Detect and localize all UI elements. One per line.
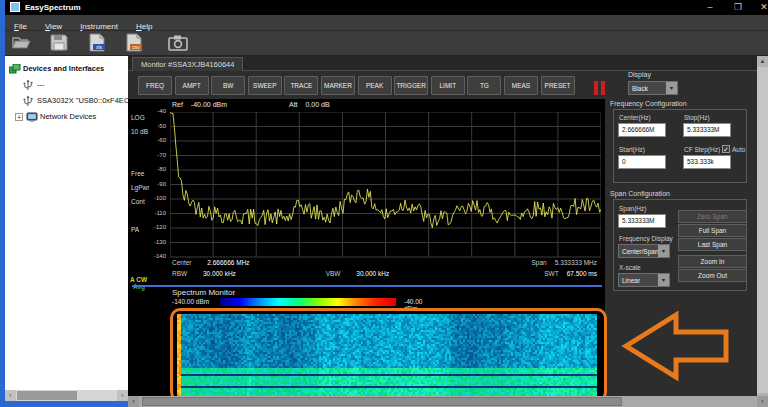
y-tick: -60 bbox=[142, 137, 166, 143]
softkey-limit[interactable]: LIMIT bbox=[431, 76, 465, 95]
spectrum-monitor-title: Spectrum Monitor bbox=[172, 288, 235, 297]
close-button[interactable]: ✕ bbox=[753, 1, 768, 14]
maximize-button[interactable]: ❐ bbox=[727, 1, 749, 14]
y-tick: -90 bbox=[142, 181, 166, 187]
zero-span-button[interactable]: Zero Span bbox=[678, 210, 747, 223]
span-config-title: Span Configuration bbox=[610, 190, 670, 197]
chevron-down-icon[interactable]: ▾ bbox=[666, 82, 677, 94]
main-horizontal-scrollbar[interactable]: ‹ › bbox=[128, 396, 768, 407]
rbw-value: 30.000 kHz bbox=[203, 270, 236, 277]
ref-label: Ref bbox=[172, 101, 183, 108]
monitor-tab[interactable]: Monitor #SSA3XJB4160644 bbox=[132, 57, 243, 71]
toolbar: xls csv bbox=[5, 31, 768, 56]
expander-icon[interactable]: + bbox=[15, 113, 23, 121]
tree-item-label: SSA3032X "USB0::0xF4EC::0 bbox=[37, 96, 128, 105]
freq-config-title: Frequency Configuration bbox=[610, 100, 687, 107]
zoom-out-button[interactable]: Zoom Out bbox=[678, 269, 747, 282]
tree-item-ssa3032x-usb0-0xf4ec-0[interactable]: SSA3032X "USB0::0xF4EC::0 bbox=[5, 93, 128, 108]
softkey-ampt[interactable]: AMPT bbox=[175, 76, 209, 95]
tree-item-label: Devices and Interfaces bbox=[23, 64, 104, 73]
trace-flags: A CW Avg bbox=[130, 276, 147, 290]
svg-text:xls: xls bbox=[96, 44, 103, 50]
save-icon[interactable] bbox=[46, 33, 72, 54]
scroll-left-icon[interactable]: ‹ bbox=[5, 390, 16, 401]
freq-display-value: Center/Span bbox=[622, 246, 659, 257]
softkey-tg[interactable]: TG bbox=[467, 76, 501, 95]
softkey-marker[interactable]: MARKER bbox=[321, 76, 355, 95]
sidebar-horizontal-scrollbar[interactable]: ‹ › bbox=[5, 390, 128, 401]
zoom-in-button[interactable]: Zoom In bbox=[678, 255, 747, 268]
span-config-group: Span(Hz) 5.333333M Frequency Display Cen… bbox=[613, 199, 747, 291]
full-span-button[interactable]: Full Span bbox=[678, 224, 747, 237]
spectrum-display: Ref -40.00 dBm Att 0.00 dB LOG10 dBFreeL… bbox=[128, 99, 605, 396]
start-hz-label: Start(Hz) bbox=[619, 146, 645, 153]
scrollbar-thumb[interactable] bbox=[17, 391, 77, 400]
export-xls-icon[interactable]: xls bbox=[84, 33, 110, 54]
rbw-label: RBW bbox=[172, 270, 187, 277]
tree-item-devices-and-interfaces[interactable]: Devices and Interfaces bbox=[5, 61, 128, 76]
y-tick: -70 bbox=[142, 152, 166, 158]
vertical-scrollbar[interactable]: ▲ ▼ bbox=[757, 56, 768, 404]
scroll-right-icon[interactable]: › bbox=[757, 396, 768, 407]
center-label: Center bbox=[172, 259, 192, 266]
att-value: 0.00 dB bbox=[306, 101, 330, 108]
tree-item-label: Network Devices bbox=[40, 112, 96, 121]
pause-icon[interactable] bbox=[594, 81, 606, 95]
scroll-up-icon[interactable]: ▲ bbox=[757, 56, 768, 67]
x-scale-combobox[interactable]: Linear ▾ bbox=[618, 273, 670, 287]
display-combobox[interactable]: Black ▾ bbox=[628, 81, 678, 95]
plot-footer-row1: Center 2.666666 MHz 5.333333 MHz Span bbox=[172, 259, 597, 266]
softkey-bw[interactable]: BW bbox=[211, 76, 245, 95]
tree-item--[interactable]: --- bbox=[5, 77, 128, 92]
vbw-label: VBW bbox=[326, 270, 341, 277]
softkey-freq[interactable]: FREQ bbox=[138, 76, 172, 95]
screenshot-icon[interactable] bbox=[165, 34, 191, 55]
section-divider bbox=[132, 285, 602, 287]
scroll-right-icon[interactable]: › bbox=[117, 390, 128, 401]
grid-lines bbox=[170, 112, 601, 257]
highlight-annotation-rect bbox=[170, 308, 607, 402]
menu-bar: FileViewInstrumentHelp bbox=[5, 15, 768, 31]
spectrum-plot bbox=[170, 112, 601, 258]
y-tick: -110 bbox=[142, 210, 166, 216]
softkey-trace[interactable]: TRACE bbox=[284, 76, 318, 95]
stop-hz-input[interactable]: 5.333333M bbox=[683, 123, 731, 137]
display-label: Display bbox=[628, 71, 651, 78]
span-value: 5.333333 MHz bbox=[555, 259, 597, 266]
softkey-meas[interactable]: MEAS bbox=[504, 76, 538, 95]
export-csv-icon[interactable]: csv bbox=[121, 33, 147, 54]
cf-step-input[interactable]: 533.333k bbox=[683, 155, 731, 169]
chevron-down-icon[interactable]: ▾ bbox=[658, 245, 669, 257]
softkey-trigger[interactable]: TRIGGER bbox=[394, 76, 428, 95]
window-title: EasySpectrum bbox=[25, 3, 81, 12]
open-file-icon[interactable] bbox=[9, 34, 35, 55]
y-tick: -50 bbox=[142, 123, 166, 129]
trace-flag-acw: A CW bbox=[130, 276, 147, 283]
vbw-value: 30.000 kHz bbox=[356, 270, 389, 277]
mode-label-log: LOG bbox=[131, 114, 145, 121]
svg-text:csv: csv bbox=[133, 44, 141, 50]
start-hz-input[interactable]: 0 bbox=[618, 155, 666, 169]
x-scale-label: X-scale bbox=[619, 264, 641, 271]
devices-icon bbox=[9, 64, 20, 74]
y-tick: -130 bbox=[142, 239, 166, 245]
freq-display-label: Frequency Display bbox=[619, 235, 673, 242]
softkey-peak[interactable]: PEAK bbox=[358, 76, 392, 95]
softkey-sweep[interactable]: SWEEP bbox=[248, 76, 282, 95]
last-span-button[interactable]: Last Span bbox=[678, 238, 747, 251]
tree-item-network-devices[interactable]: +Network Devices bbox=[5, 109, 128, 124]
display-value: Black bbox=[632, 83, 648, 94]
minimize-button[interactable]: – bbox=[699, 1, 721, 14]
auto-checkbox[interactable]: ✓ bbox=[722, 145, 730, 153]
freq-display-combobox[interactable]: Center/Span ▾ bbox=[618, 244, 670, 258]
scale-min-label: -140.00 dBm bbox=[172, 298, 209, 305]
softkey-preset[interactable]: PRESET bbox=[541, 76, 575, 95]
arrow-annotation-icon bbox=[620, 308, 732, 384]
span-hz-input[interactable]: 5.333333M bbox=[618, 214, 666, 228]
scrollbar-thumb[interactable] bbox=[142, 397, 622, 406]
center-hz-input[interactable]: 2.666666M bbox=[618, 123, 666, 137]
scroll-left-icon[interactable]: ‹ bbox=[128, 396, 139, 407]
usb-icon bbox=[23, 96, 34, 106]
chevron-down-icon[interactable]: ▾ bbox=[658, 274, 669, 286]
att-label: Att bbox=[289, 101, 298, 108]
